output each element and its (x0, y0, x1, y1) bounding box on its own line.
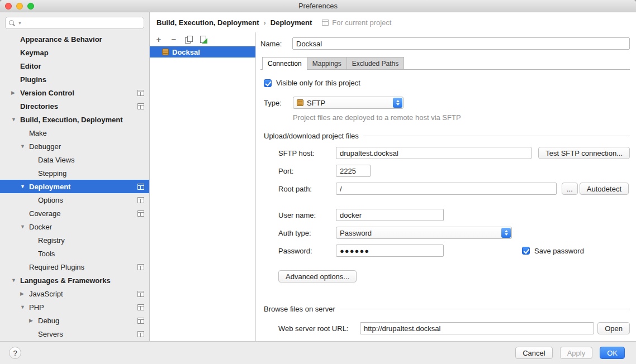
sidebar-item-version-control[interactable]: ▶Version Control (0, 86, 149, 99)
settings-sidebar: ▼ Appearance & BehaviorKeymapEditorPlugi… (0, 12, 150, 341)
sidebar-item-keymap[interactable]: Keymap (0, 46, 149, 59)
sidebar-item-appearance-behavior[interactable]: Appearance & Behavior (0, 32, 149, 46)
root-path-input[interactable] (336, 183, 557, 195)
browse-root-button[interactable]: ... (562, 183, 578, 195)
chevron-down-icon[interactable]: ▼ (11, 277, 20, 283)
sidebar-item-docker[interactable]: ▼Docker (0, 220, 149, 233)
dropdown-stepper-icon (393, 98, 402, 108)
sidebar-item-label: Languages & Frameworks (20, 276, 144, 285)
current-project-icon (137, 210, 144, 217)
sidebar-item-stepping[interactable]: Stepping (0, 166, 149, 180)
sidebar-item-label: Registry (38, 236, 144, 245)
sidebar-item-label: Debugger (29, 142, 144, 151)
window-title: Preferences (0, 2, 636, 10)
sidebar-item-php[interactable]: ▼PHP (0, 300, 149, 314)
list-item-docksal[interactable]: Docksal (150, 46, 255, 58)
browse-section-label: Browse files on server (264, 305, 335, 313)
user-name-input[interactable] (336, 209, 444, 221)
chevron-down-icon[interactable]: ▼ (20, 224, 29, 229)
sidebar-item-languages-frameworks[interactable]: ▼Languages & Frameworks (0, 274, 149, 287)
zoom-button[interactable] (27, 3, 34, 9)
sidebar-item-label: Build, Execution, Deployment (20, 116, 144, 124)
chevron-right-icon[interactable]: ▶ (29, 318, 38, 323)
breadcrumb-separator: › (263, 18, 265, 27)
chevron-down-icon[interactable]: ▼ (20, 143, 29, 149)
advanced-options-button[interactable]: Advanced options... (278, 270, 357, 282)
test-sftp-connection-button[interactable]: Test SFTP connection... (538, 147, 630, 159)
sidebar-item-deployment[interactable]: ▼Deployment (0, 180, 149, 193)
import-icon[interactable] (199, 35, 207, 44)
sidebar-item-label: Required Plugins (29, 263, 137, 271)
sidebar-item-tools[interactable]: Tools (0, 247, 149, 260)
type-value: SFTP (307, 99, 325, 107)
web-root-input[interactable] (360, 322, 594, 334)
sidebar-item-options[interactable]: Options (0, 193, 149, 207)
cancel-button[interactable]: Cancel (515, 347, 552, 359)
breadcrumb-header: Build, Execution, Deployment›Deployment … (150, 12, 636, 32)
sidebar-item-coverage[interactable]: Coverage (0, 207, 149, 220)
auth-type-dropdown[interactable]: Password (336, 227, 512, 239)
dialog-footer: ? Cancel Apply OK (0, 341, 636, 364)
tab-connection[interactable]: Connection (262, 57, 307, 69)
section-divider (340, 309, 630, 309)
apply-button[interactable]: Apply (560, 347, 593, 359)
tab-excluded-paths[interactable]: Excluded Paths (347, 57, 404, 69)
save-password-checkbox[interactable] (522, 247, 530, 255)
search-menu-chevron-icon[interactable]: ▼ (18, 21, 22, 25)
open-button[interactable]: Open (597, 322, 630, 334)
current-project-icon (137, 331, 144, 337)
preferences-window: Preferences ▼ Appearance & BehaviorKeyma… (0, 0, 636, 364)
sidebar-item-label: JavaScript (29, 290, 137, 298)
type-hint: Project files are deployed to a remote h… (293, 113, 630, 122)
current-project-icon (137, 184, 144, 190)
list-item-label: Docksal (172, 48, 200, 56)
tab-mappings[interactable]: Mappings (307, 57, 347, 69)
close-button[interactable] (5, 3, 12, 9)
sidebar-item-servers[interactable]: Servers (0, 327, 149, 341)
dropdown-stepper-icon (501, 228, 511, 238)
sidebar-item-label: Stepping (38, 169, 144, 178)
chevron-right-icon[interactable]: ▶ (11, 90, 20, 95)
visible-only-checkbox[interactable] (264, 79, 272, 87)
help-button[interactable]: ? (9, 347, 21, 359)
sidebar-item-label: Data Views (38, 156, 144, 164)
breadcrumb-segment[interactable]: Build, Execution, Deployment (156, 18, 259, 27)
sidebar-item-editor[interactable]: Editor (0, 59, 149, 73)
sidebar-item-javascript[interactable]: ▶JavaScript (0, 287, 149, 300)
sidebar-item-required-plugins[interactable]: Required Plugins (0, 260, 149, 274)
web-root-label: Web server root URL: (278, 324, 360, 333)
password-input[interactable] (336, 245, 444, 257)
name-input[interactable] (292, 37, 630, 50)
chevron-right-icon[interactable]: ▶ (20, 291, 29, 296)
sidebar-item-make[interactable]: Make (0, 126, 149, 140)
breadcrumb-segment[interactable]: Deployment (270, 18, 312, 27)
chevron-down-icon[interactable]: ▼ (11, 117, 20, 122)
remove-icon[interactable]: − (169, 35, 178, 44)
ok-button[interactable]: OK (600, 347, 625, 359)
port-input[interactable] (336, 165, 371, 177)
sidebar-item-build-execution-deployment[interactable]: ▼Build, Execution, Deployment (0, 113, 149, 126)
copy-icon[interactable] (184, 35, 193, 44)
sidebar-item-registry[interactable]: Registry (0, 233, 149, 247)
server-list: Docksal (150, 46, 255, 341)
sidebar-item-debug[interactable]: ▶Debug (0, 314, 149, 327)
search-input[interactable]: ▼ (5, 17, 144, 29)
scope-label: For current project (332, 18, 391, 27)
sidebar-item-directories[interactable]: Directories (0, 99, 149, 113)
chevron-down-icon[interactable]: ▼ (20, 304, 29, 310)
sftp-host-input[interactable] (336, 147, 531, 159)
password-label: Password: (278, 247, 336, 255)
autodetect-button[interactable]: Autodetect (580, 183, 629, 195)
add-icon[interactable]: + (154, 35, 163, 44)
type-dropdown[interactable]: SFTP (293, 97, 404, 109)
chevron-down-icon[interactable]: ▼ (20, 184, 29, 189)
sidebar-item-data-views[interactable]: Data Views (0, 153, 149, 166)
sidebar-item-label: Docker (29, 223, 144, 231)
sidebar-item-label: Keymap (20, 49, 144, 57)
minimize-button[interactable] (16, 3, 23, 9)
sidebar-item-plugins[interactable]: Plugins (0, 73, 149, 86)
sidebar-tree: Appearance & BehaviorKeymapEditorPlugins… (0, 31, 149, 341)
titlebar: Preferences (0, 0, 636, 12)
tabs: ConnectionMappingsExcluded Paths (260, 57, 630, 70)
sidebar-item-debugger[interactable]: ▼Debugger (0, 140, 149, 153)
